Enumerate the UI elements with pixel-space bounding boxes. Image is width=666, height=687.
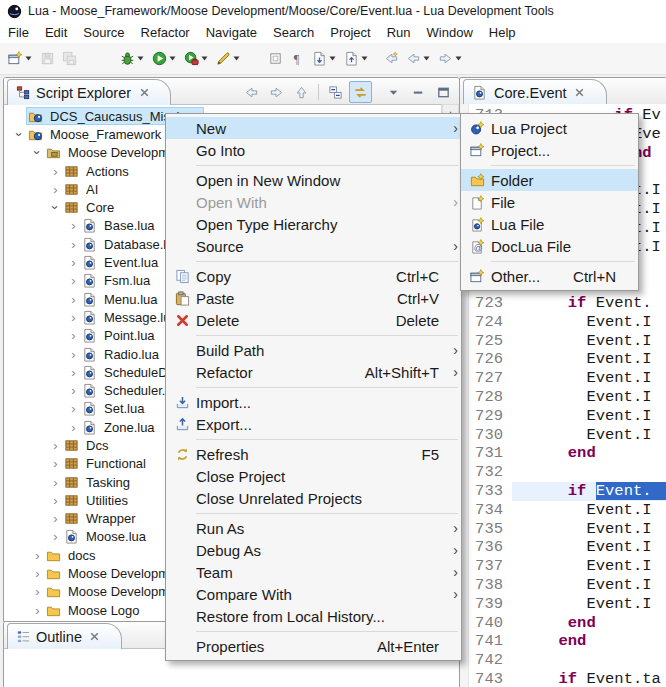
chevron-right-icon[interactable]: › [66, 238, 81, 251]
dropdown-arrow-icon[interactable] [200, 56, 209, 61]
external-tools-button[interactable] [180, 46, 212, 72]
menu-window[interactable]: Window [419, 23, 481, 42]
dropdown-arrow-icon[interactable] [454, 56, 463, 61]
menu-item-go-into[interactable]: Go Into [166, 139, 461, 161]
menu-item-other[interactable]: Other...Ctrl+N [461, 265, 638, 287]
chevron-right-icon[interactable]: › [48, 439, 63, 452]
menu-item-lua-file[interactable]: Lua File [461, 213, 638, 235]
chevron-right-icon[interactable]: › [66, 329, 81, 342]
menu-item-open-in-new-window[interactable]: Open in New Window [166, 169, 461, 191]
chevron-right-icon[interactable]: › [66, 256, 81, 269]
menu-item-refactor[interactable]: RefactorAlt+Shift+T› [166, 361, 461, 383]
menu-item-project[interactable]: Project... [461, 139, 638, 161]
menu-item-close-unrelated-projects[interactable]: Close Unrelated Projects [166, 487, 461, 509]
menu-project[interactable]: Project [322, 23, 378, 42]
chevron-right-icon[interactable]: › [66, 366, 81, 379]
close-icon[interactable] [136, 85, 152, 101]
menu-item-close-project[interactable]: Close Project [166, 465, 461, 487]
chevron-right-icon[interactable]: › [66, 421, 81, 434]
chevron-right-icon[interactable]: › [48, 165, 63, 178]
forward-button[interactable] [265, 81, 288, 103]
chevron-right-icon[interactable]: › [48, 183, 63, 196]
chevron-right-icon[interactable]: › [48, 457, 63, 470]
debug-button[interactable] [116, 46, 148, 72]
minimize-button[interactable] [407, 81, 430, 103]
tab-outline[interactable]: Outline [7, 623, 122, 649]
menu-run[interactable]: Run [379, 23, 419, 42]
chevron-right-icon[interactable]: › [30, 604, 45, 617]
menu-item-folder[interactable]: Folder [461, 169, 638, 191]
tab-core-event[interactable]: Core.Event [463, 79, 607, 105]
forward-button[interactable] [434, 46, 466, 72]
menu-item-new[interactable]: New› [166, 117, 461, 139]
menu-refactor[interactable]: Refactor [133, 23, 198, 42]
menu-file[interactable]: File [0, 23, 37, 42]
dropdown-arrow-icon[interactable] [360, 56, 369, 61]
chevron-right-icon[interactable]: › [30, 567, 45, 580]
menu-item-delete[interactable]: DeleteDelete [166, 309, 461, 331]
menu-source[interactable]: Source [75, 23, 132, 42]
menu-item-paste[interactable]: PasteCtrl+V [166, 287, 461, 309]
last-edit-location-button[interactable] [380, 46, 402, 72]
close-icon[interactable] [87, 629, 103, 645]
chevron-down-icon[interactable]: › [13, 127, 26, 142]
maximize-button[interactable] [432, 81, 455, 103]
annotate-button[interactable] [212, 46, 244, 72]
back-button[interactable] [240, 81, 263, 103]
dropdown-arrow-icon[interactable] [136, 56, 145, 61]
chevron-right-icon[interactable]: › [66, 384, 81, 397]
chevron-right-icon[interactable]: › [66, 311, 81, 324]
menu-item-import[interactable]: Import... [166, 391, 461, 413]
menu-item-refresh[interactable]: RefreshF5 [166, 443, 461, 465]
chevron-right-icon[interactable]: › [30, 585, 45, 598]
menu-navigate[interactable]: Navigate [198, 23, 265, 42]
chevron-right-icon[interactable]: › [48, 512, 63, 525]
up-button[interactable] [290, 81, 313, 103]
menu-item-restore-from-local-history[interactable]: Restore from Local History... [166, 605, 461, 627]
menu-item-source[interactable]: Source› [166, 235, 461, 257]
run-button[interactable] [148, 46, 180, 72]
collapse-all-button[interactable] [324, 81, 347, 103]
view-menu-button[interactable] [382, 81, 405, 103]
menu-item-open-type-hierarchy[interactable]: Open Type Hierarchy [166, 213, 461, 235]
chevron-right-icon[interactable]: › [66, 219, 81, 232]
menu-item-debug-as[interactable]: Debug As› [166, 539, 461, 561]
dropdown-arrow-icon[interactable] [232, 56, 241, 61]
show-whitespace-button[interactable]: ¶ [286, 46, 308, 72]
menu-item-team[interactable]: Team› [166, 561, 461, 583]
menu-item-copy[interactable]: CopyCtrl+C [166, 265, 461, 287]
menu-item-compare-with[interactable]: Compare With› [166, 583, 461, 605]
previous-annotation-button[interactable] [340, 46, 372, 72]
menu-item-build-path[interactable]: Build Path› [166, 339, 461, 361]
chevron-right-icon[interactable]: › [48, 530, 63, 543]
menu-item-export[interactable]: Export... [166, 413, 461, 435]
menu-item-properties[interactable]: PropertiesAlt+Enter [166, 635, 461, 657]
menu-item-doclua-file[interactable]: @DocLua File [461, 235, 638, 257]
next-annotation-button[interactable] [308, 46, 340, 72]
dropdown-arrow-icon[interactable] [328, 56, 337, 61]
menu-search[interactable]: Search [265, 23, 322, 42]
menu-edit[interactable]: Edit [37, 23, 75, 42]
chevron-right-icon[interactable]: › [66, 402, 81, 415]
dropdown-arrow-icon[interactable] [24, 56, 33, 61]
chevron-right-icon[interactable]: › [48, 476, 63, 489]
dropdown-arrow-icon[interactable] [168, 56, 177, 61]
tab-script-explorer[interactable]: Script Explorer [7, 79, 171, 105]
menu-item-lua-project[interactable]: Lua Project [461, 117, 638, 139]
back-button[interactable] [402, 46, 434, 72]
menu-item-file[interactable]: File [461, 191, 638, 213]
chevron-right-icon[interactable]: › [66, 293, 81, 306]
menu-help[interactable]: Help [481, 23, 524, 42]
menu-item-run-as[interactable]: Run As› [166, 517, 461, 539]
chevron-right-icon[interactable]: › [48, 494, 63, 507]
chevron-down-icon[interactable]: › [49, 200, 62, 215]
close-icon[interactable] [572, 85, 588, 101]
chevron-right-icon[interactable]: › [66, 348, 81, 361]
chevron-down-icon[interactable]: › [31, 145, 44, 160]
new-wizard-button[interactable] [4, 46, 36, 72]
chevron-right-icon[interactable]: › [30, 549, 45, 562]
mark-occurrences-button[interactable] [264, 46, 286, 72]
chevron-right-icon[interactable]: › [66, 274, 81, 287]
link-with-editor-button[interactable] [349, 81, 372, 103]
dropdown-arrow-icon[interactable] [422, 56, 431, 61]
